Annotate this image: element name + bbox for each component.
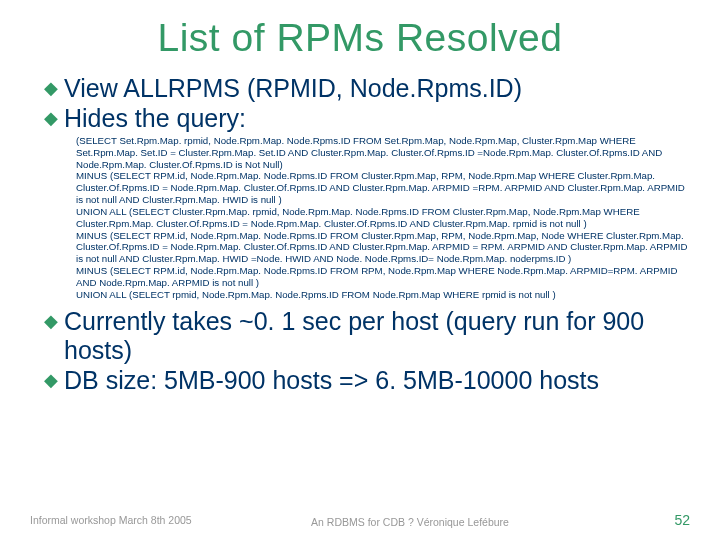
diamond-icon: ◆ <box>44 108 58 129</box>
bullet-text: Hides the query: <box>64 104 246 134</box>
slide-body: ◆ View ALLRPMS (RPMID, Node.Rpms.ID) ◆ H… <box>0 60 720 133</box>
slide-body-2: ◆ Currently takes ~0. 1 sec per host (qu… <box>0 305 720 396</box>
slide-title: List of RPMs Resolved <box>0 0 720 60</box>
sql-block: (SELECT Set.Rpm.Map. rpmid, Node.Rpm.Map… <box>0 133 720 305</box>
bullet-text: Currently takes ~0. 1 sec per host (quer… <box>64 307 690 366</box>
bullet-item: ◆ View ALLRPMS (RPMID, Node.Rpms.ID) <box>44 74 690 104</box>
bullet-text: DB size: 5MB-900 hosts => 6. 5MB-10000 h… <box>64 366 599 396</box>
bullet-item: ◆ Hides the query: <box>44 104 690 134</box>
footer-page: 52 <box>610 512 690 528</box>
diamond-icon: ◆ <box>44 311 58 332</box>
footer-caption: An RDBMS for CDB ? Véronique Lefébure <box>210 516 610 528</box>
diamond-icon: ◆ <box>44 370 58 391</box>
footer: Informal workshop March 8th 2005 An RDBM… <box>0 512 720 528</box>
bullet-text: View ALLRPMS (RPMID, Node.Rpms.ID) <box>64 74 522 104</box>
bullet-item: ◆ DB size: 5MB-900 hosts => 6. 5MB-10000… <box>44 366 690 396</box>
bullet-item: ◆ Currently takes ~0. 1 sec per host (qu… <box>44 307 690 366</box>
footer-date: Informal workshop March 8th 2005 <box>30 514 210 528</box>
slide: List of RPMs Resolved ◆ View ALLRPMS (RP… <box>0 0 720 540</box>
diamond-icon: ◆ <box>44 78 58 99</box>
